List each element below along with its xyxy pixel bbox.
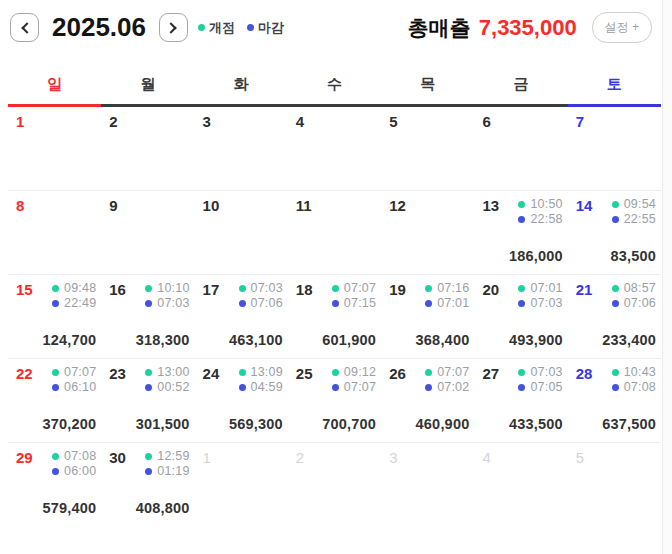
day-sales: 318,300 xyxy=(136,332,190,348)
open-time-row: 07:16 xyxy=(425,281,469,296)
day-cell[interactable]: 20 07:01 07:03 493,900 xyxy=(474,275,567,358)
day-cell[interactable]: 8 xyxy=(8,191,101,274)
day-number: 25 xyxy=(296,366,313,382)
day-cell[interactable]: 22 07:07 06:10 370,200 xyxy=(8,359,101,442)
open-time-row: 10:10 xyxy=(145,281,189,296)
day-times: 13:00 00:52 xyxy=(145,365,189,395)
day-cell[interactable]: 3 xyxy=(195,107,288,190)
day-cell[interactable]: 1 xyxy=(195,443,288,548)
day-sales: 433,500 xyxy=(509,416,563,432)
settings-button[interactable]: 설정 + xyxy=(592,12,652,43)
day-number: 29 xyxy=(16,450,33,466)
close-time: 01:19 xyxy=(157,464,189,479)
day-number: 1 xyxy=(203,450,211,466)
day-times: 09:54 22:55 xyxy=(612,197,656,227)
calendar-week-row: 15 09:48 22:49 124,700 16 10:10 07:03 31… xyxy=(8,275,661,359)
day-cell[interactable]: 5 xyxy=(381,107,474,190)
close-time: 07:02 xyxy=(437,380,469,395)
open-time: 07:03 xyxy=(530,365,562,380)
day-cell[interactable]: 18 07:07 07:15 601,900 xyxy=(288,275,381,358)
day-cell[interactable]: 29 07:08 06:00 579,400 xyxy=(8,443,101,548)
close-time-row: 07:01 xyxy=(425,296,469,311)
day-times: 07:01 07:03 xyxy=(518,281,562,311)
weekday-label: 수 xyxy=(327,75,342,92)
day-cell[interactable]: 19 07:16 07:01 368,400 xyxy=(381,275,474,358)
day-cell[interactable]: 4 xyxy=(474,443,567,548)
day-cell[interactable]: 24 13:09 04:59 569,300 xyxy=(195,359,288,442)
day-sales: 301,500 xyxy=(136,416,190,432)
day-times: 07:03 07:05 xyxy=(518,365,562,395)
day-number: 11 xyxy=(296,198,312,214)
weekday-label: 목 xyxy=(420,75,435,92)
day-cell[interactable]: 2 xyxy=(101,107,194,190)
day-cell[interactable]: 21 08:57 07:06 233,400 xyxy=(568,275,661,358)
close-dot-icon xyxy=(332,300,339,307)
close-time-row: 22:49 xyxy=(52,296,96,311)
total-sales-value: 7,335,000 xyxy=(479,15,577,41)
day-cell[interactable]: 25 09:12 07:07 700,700 xyxy=(288,359,381,442)
day-cell[interactable]: 4 xyxy=(288,107,381,190)
close-time-row: 00:52 xyxy=(145,380,189,395)
day-cell[interactable]: 28 10:43 07:08 637,500 xyxy=(568,359,661,442)
day-number: 6 xyxy=(482,114,490,130)
day-cell[interactable]: 10 xyxy=(195,191,288,274)
open-time: 09:54 xyxy=(624,197,656,212)
day-sales: 637,500 xyxy=(602,416,656,432)
open-dot-icon xyxy=(425,285,432,292)
day-cell[interactable]: 27 07:03 07:05 433,500 xyxy=(474,359,567,442)
open-dot-icon xyxy=(145,285,152,292)
prev-month-button[interactable] xyxy=(10,13,39,42)
open-time: 10:50 xyxy=(530,197,562,212)
day-times: 10:43 07:08 xyxy=(612,365,656,395)
close-time: 22:49 xyxy=(64,296,96,311)
day-number: 13 xyxy=(482,198,499,214)
day-cell[interactable]: 9 xyxy=(101,191,194,274)
day-cell[interactable]: 12 xyxy=(381,191,474,274)
day-cell[interactable]: 17 07:03 07:06 463,100 xyxy=(195,275,288,358)
day-cell[interactable]: 13 10:50 22:58 186,000 xyxy=(474,191,567,274)
vertical-scrollbar[interactable] xyxy=(662,0,672,554)
weekday-header: 화 xyxy=(195,75,288,107)
weekday-label: 금 xyxy=(514,75,529,92)
day-cell[interactable]: 23 13:00 00:52 301,500 xyxy=(101,359,194,442)
close-time: 07:15 xyxy=(344,296,376,311)
weekday-header: 수 xyxy=(288,75,381,107)
open-dot-icon xyxy=(332,285,339,292)
weekday-header: 월 xyxy=(101,75,194,107)
day-number: 10 xyxy=(203,198,220,214)
day-cell[interactable]: 30 12:59 01:19 408,800 xyxy=(101,443,194,548)
next-month-button[interactable] xyxy=(159,13,188,42)
day-cell[interactable]: 15 09:48 22:49 124,700 xyxy=(8,275,101,358)
open-time: 07:08 xyxy=(64,449,96,464)
close-dot-icon xyxy=(52,384,59,391)
day-number: 9 xyxy=(109,198,117,214)
day-times: 07:07 07:15 xyxy=(332,281,376,311)
day-cell[interactable]: 5 xyxy=(568,443,661,548)
chevron-left-icon xyxy=(21,22,32,33)
close-time: 07:06 xyxy=(624,296,656,311)
open-time-row: 07:01 xyxy=(518,281,562,296)
close-time-row: 07:06 xyxy=(612,296,656,311)
weekday-header: 일 xyxy=(8,75,101,107)
day-cell[interactable]: 2 xyxy=(288,443,381,548)
day-cell[interactable]: 7 xyxy=(568,107,661,190)
close-time: 07:07 xyxy=(344,380,376,395)
open-dot-icon xyxy=(239,369,246,376)
day-cell[interactable]: 11 xyxy=(288,191,381,274)
day-cell[interactable]: 16 10:10 07:03 318,300 xyxy=(101,275,194,358)
open-time: 07:07 xyxy=(344,281,376,296)
close-time: 06:00 xyxy=(64,464,96,479)
day-cell[interactable]: 3 xyxy=(381,443,474,548)
day-cell[interactable]: 1 xyxy=(8,107,101,190)
close-dot-icon xyxy=(612,300,619,307)
close-dot-icon xyxy=(518,216,525,223)
day-cell[interactable]: 26 07:07 07:02 460,900 xyxy=(381,359,474,442)
close-time: 22:55 xyxy=(624,212,656,227)
open-time-row: 08:57 xyxy=(612,281,656,296)
close-time: 07:05 xyxy=(530,380,562,395)
day-sales: 408,800 xyxy=(136,500,190,516)
open-dot-icon xyxy=(52,369,59,376)
day-cell[interactable]: 14 09:54 22:55 83,500 xyxy=(568,191,661,274)
close-time-row: 22:55 xyxy=(612,212,656,227)
day-cell[interactable]: 6 xyxy=(474,107,567,190)
